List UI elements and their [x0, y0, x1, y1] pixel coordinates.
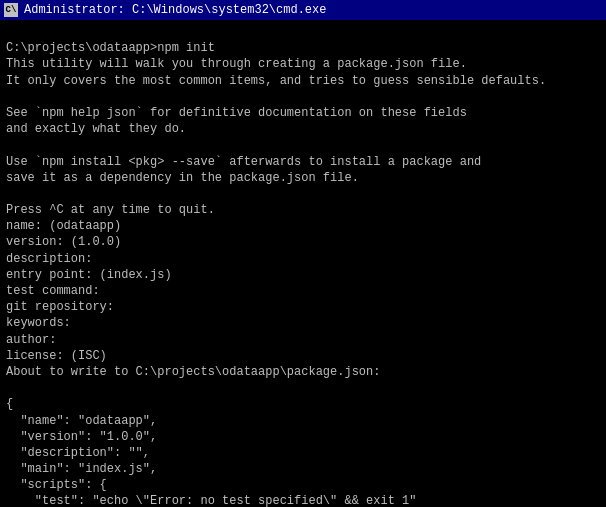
terminal-line: git repository: [6, 299, 600, 315]
terminal-line: author: [6, 332, 600, 348]
terminal-line: test command: [6, 283, 600, 299]
terminal-body[interactable]: C:\projects\odataapp>npm initThis utilit… [0, 20, 606, 507]
terminal-line: Press ^C at any time to quit. [6, 202, 600, 218]
terminal-line: It only covers the most common items, an… [6, 73, 600, 89]
terminal-line: "test": "echo \"Error: no test specified… [6, 493, 600, 507]
terminal-line: version: (1.0.0) [6, 234, 600, 250]
terminal-line: See `npm help json` for definitive docum… [6, 105, 600, 121]
title-bar: C\ Administrator: C:\Windows\system32\cm… [0, 0, 606, 20]
terminal-line: "scripts": { [6, 477, 600, 493]
cmd-window: C\ Administrator: C:\Windows\system32\cm… [0, 0, 606, 507]
terminal-line: "version": "1.0.0", [6, 429, 600, 445]
terminal-line: Use `npm install <pkg> --save` afterward… [6, 154, 600, 170]
terminal-line: description: [6, 251, 600, 267]
terminal-line: entry point: (index.js) [6, 267, 600, 283]
terminal-line-empty [6, 380, 600, 396]
terminal-line: About to write to C:\projects\odataapp\p… [6, 364, 600, 380]
terminal-line: C:\projects\odataapp>npm init [6, 40, 600, 56]
terminal-line-empty [6, 137, 600, 153]
terminal-line: save it as a dependency in the package.j… [6, 170, 600, 186]
terminal-line: "description": "", [6, 445, 600, 461]
terminal-line: This utility will walk you through creat… [6, 56, 600, 72]
title-bar-icon: C\ [4, 3, 18, 17]
terminal-line: "name": "odataapp", [6, 413, 600, 429]
terminal-line: license: (ISC) [6, 348, 600, 364]
terminal-line: and exactly what they do. [6, 121, 600, 137]
terminal-line-empty [6, 24, 600, 40]
terminal-line-empty [6, 89, 600, 105]
terminal-line: name: (odataapp) [6, 218, 600, 234]
terminal-line: "main": "index.js", [6, 461, 600, 477]
terminal-line: { [6, 396, 600, 412]
terminal-line-empty [6, 186, 600, 202]
terminal-line: keywords: [6, 315, 600, 331]
title-bar-title: Administrator: C:\Windows\system32\cmd.e… [24, 3, 602, 17]
